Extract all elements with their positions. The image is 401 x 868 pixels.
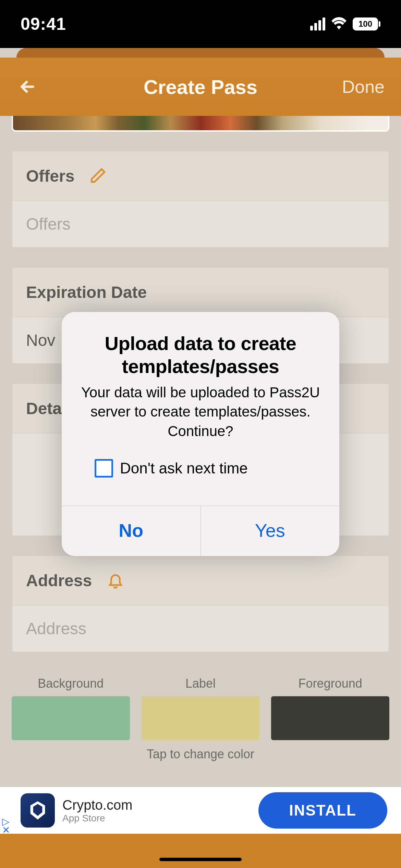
alert-message: Your data will be uploaded to Pass2U ser… xyxy=(78,383,323,441)
alert-backdrop: Upload data to create templates/passes Y… xyxy=(0,0,401,868)
dont-ask-label: Don't ask next time xyxy=(120,460,248,477)
alert-title: Upload data to create templates/passes xyxy=(78,332,323,378)
alert-buttons: No Yes xyxy=(62,506,339,556)
upload-alert: Upload data to create templates/passes Y… xyxy=(62,312,339,556)
alert-yes-button[interactable]: Yes xyxy=(201,506,340,556)
alert-checkbox-row[interactable]: Don't ask next time xyxy=(78,459,323,478)
dont-ask-checkbox[interactable] xyxy=(95,459,113,478)
alert-no-button[interactable]: No xyxy=(62,506,201,556)
